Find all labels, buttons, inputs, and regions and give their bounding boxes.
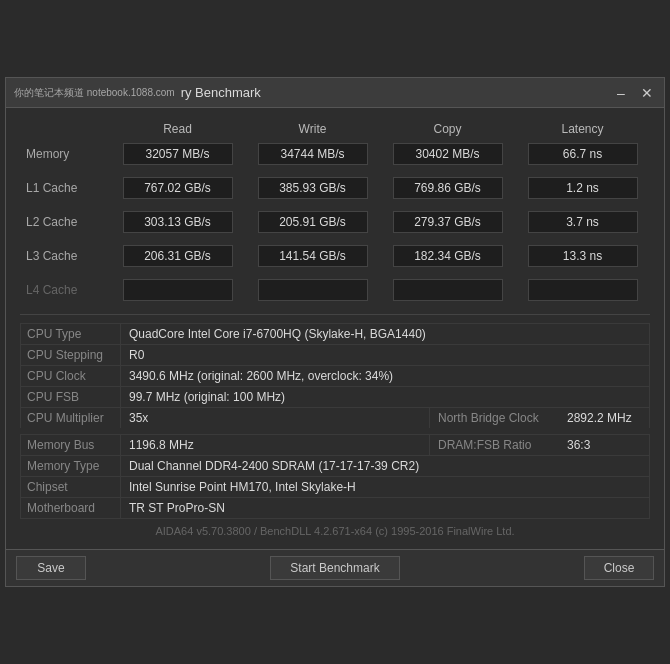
cpu-multiplier-split: 35x North Bridge Clock 2892.2 MHz (121, 408, 649, 428)
north-bridge-value: 2892.2 MHz (559, 408, 649, 428)
row-label-l1: L1 Cache (20, 174, 110, 202)
cpu-type-label: CPU Type (21, 324, 121, 344)
cpu-fsb-label: CPU FSB (21, 387, 121, 407)
footer-info: AIDA64 v5.70.3800 / BenchDLL 4.2.671-x64… (20, 519, 650, 539)
minimize-button[interactable]: – (612, 84, 630, 102)
l4-write-cell (245, 276, 380, 304)
window-title: ry Benchmark (181, 85, 261, 100)
cpu-clock-label: CPU Clock (21, 366, 121, 386)
col-header-label (20, 118, 110, 140)
l4-read-value (123, 279, 233, 301)
chipset-value: Intel Sunrise Point HM170, Intel Skylake… (121, 477, 649, 497)
section-divider (20, 314, 650, 315)
motherboard-label: Motherboard (21, 498, 121, 518)
memory-bus-split: 1196.8 MHz DRAM:FSB Ratio 36:3 (121, 435, 649, 455)
info-section: CPU Type QuadCore Intel Core i7-6700HQ (… (20, 323, 650, 519)
footer-text: AIDA64 v5.70.3800 / BenchDLL 4.2.671-x64… (155, 525, 514, 537)
memory-write-cell: 34744 MB/s (245, 140, 380, 168)
l1-latency-cell: 1.2 ns (515, 174, 650, 202)
memory-bus-value: 1196.8 MHz (121, 435, 429, 455)
memory-latency-cell: 66.7 ns (515, 140, 650, 168)
row-label-l4: L4 Cache (20, 276, 110, 304)
dram-fsb-value: 36:3 (559, 435, 649, 455)
l2-read-value: 303.13 GB/s (123, 211, 233, 233)
cpu-fsb-value: 99.7 MHz (original: 100 MHz) (121, 387, 649, 407)
title-bar-left: 你的笔记本频道 notebook.1088.com ry Benchmark (14, 85, 261, 100)
l1-copy-value: 769.86 GB/s (393, 177, 503, 199)
cpu-multiplier-value: 35x (121, 408, 429, 428)
col-header-write: Write (245, 118, 380, 140)
table-row: L3 Cache 206.31 GB/s 141.54 GB/s 182.34 … (20, 242, 650, 270)
cpu-type-value: QuadCore Intel Core i7-6700HQ (Skylake-H… (121, 324, 649, 344)
l4-copy-value (393, 279, 503, 301)
l1-write-value: 385.93 GB/s (258, 177, 368, 199)
memory-bus-row: Memory Bus 1196.8 MHz DRAM:FSB Ratio 36:… (20, 434, 650, 455)
main-content: Read Write Copy Latency Memory 32057 MB/… (6, 108, 664, 549)
l2-copy-value: 279.37 GB/s (393, 211, 503, 233)
close-button[interactable]: Close (584, 556, 654, 580)
cpu-type-row: CPU Type QuadCore Intel Core i7-6700HQ (… (20, 323, 650, 344)
l3-write-value: 141.54 GB/s (258, 245, 368, 267)
row-label-l3: L3 Cache (20, 242, 110, 270)
l1-write-cell: 385.93 GB/s (245, 174, 380, 202)
col-header-latency: Latency (515, 118, 650, 140)
col-header-copy: Copy (380, 118, 515, 140)
memory-latency-value: 66.7 ns (528, 143, 638, 165)
title-controls: – ✕ (612, 84, 656, 102)
dram-fsb-label: DRAM:FSB Ratio (429, 435, 559, 455)
close-title-button[interactable]: ✕ (638, 84, 656, 102)
l2-write-cell: 205.91 GB/s (245, 208, 380, 236)
l1-latency-value: 1.2 ns (528, 177, 638, 199)
memory-write-value: 34744 MB/s (258, 143, 368, 165)
cpu-stepping-value: R0 (121, 345, 649, 365)
motherboard-row: Motherboard TR ST ProPro-SN (20, 497, 650, 519)
chipset-row: Chipset Intel Sunrise Point HM170, Intel… (20, 476, 650, 497)
north-bridge-label: North Bridge Clock (429, 408, 559, 428)
table-row: Memory 32057 MB/s 34744 MB/s 30402 MB/s … (20, 140, 650, 168)
l3-write-cell: 141.54 GB/s (245, 242, 380, 270)
l4-latency-value (528, 279, 638, 301)
memory-copy-cell: 30402 MB/s (380, 140, 515, 168)
cpu-fsb-row: CPU FSB 99.7 MHz (original: 100 MHz) (20, 386, 650, 407)
l3-read-value: 206.31 GB/s (123, 245, 233, 267)
row-label-memory: Memory (20, 140, 110, 168)
l2-write-value: 205.91 GB/s (258, 211, 368, 233)
l4-latency-cell (515, 276, 650, 304)
l3-copy-cell: 182.34 GB/s (380, 242, 515, 270)
memory-bus-label: Memory Bus (21, 435, 121, 455)
table-row: L4 Cache (20, 276, 650, 304)
memory-type-label: Memory Type (21, 456, 121, 476)
l3-read-cell: 206.31 GB/s (110, 242, 245, 270)
l3-latency-value: 13.3 ns (528, 245, 638, 267)
row-label-l2: L2 Cache (20, 208, 110, 236)
l4-copy-cell (380, 276, 515, 304)
l1-read-value: 767.02 GB/s (123, 177, 233, 199)
l1-copy-cell: 769.86 GB/s (380, 174, 515, 202)
cpu-clock-row: CPU Clock 3490.6 MHz (original: 2600 MHz… (20, 365, 650, 386)
memory-read-cell: 32057 MB/s (110, 140, 245, 168)
cpu-multiplier-row: CPU Multiplier 35x North Bridge Clock 28… (20, 407, 650, 428)
l2-latency-value: 3.7 ns (528, 211, 638, 233)
benchmark-table: Read Write Copy Latency Memory 32057 MB/… (20, 118, 650, 304)
l3-copy-value: 182.34 GB/s (393, 245, 503, 267)
l3-latency-cell: 13.3 ns (515, 242, 650, 270)
col-header-read: Read (110, 118, 245, 140)
memory-type-row: Memory Type Dual Channel DDR4-2400 SDRAM… (20, 455, 650, 476)
cpu-multiplier-label: CPU Multiplier (21, 408, 121, 428)
l1-read-cell: 767.02 GB/s (110, 174, 245, 202)
memory-read-value: 32057 MB/s (123, 143, 233, 165)
start-benchmark-button[interactable]: Start Benchmark (270, 556, 400, 580)
memory-copy-value: 30402 MB/s (393, 143, 503, 165)
chipset-label: Chipset (21, 477, 121, 497)
memory-type-value: Dual Channel DDR4-2400 SDRAM (17-17-17-3… (121, 456, 649, 476)
motherboard-value: TR ST ProPro-SN (121, 498, 649, 518)
l4-write-value (258, 279, 368, 301)
l2-copy-cell: 279.37 GB/s (380, 208, 515, 236)
table-row: L1 Cache 767.02 GB/s 385.93 GB/s 769.86 … (20, 174, 650, 202)
cpu-stepping-label: CPU Stepping (21, 345, 121, 365)
title-bar: 你的笔记本频道 notebook.1088.com ry Benchmark –… (6, 78, 664, 108)
cpu-stepping-row: CPU Stepping R0 (20, 344, 650, 365)
save-button[interactable]: Save (16, 556, 86, 580)
l4-read-cell (110, 276, 245, 304)
main-window: 你的笔记本频道 notebook.1088.com ry Benchmark –… (5, 77, 665, 587)
